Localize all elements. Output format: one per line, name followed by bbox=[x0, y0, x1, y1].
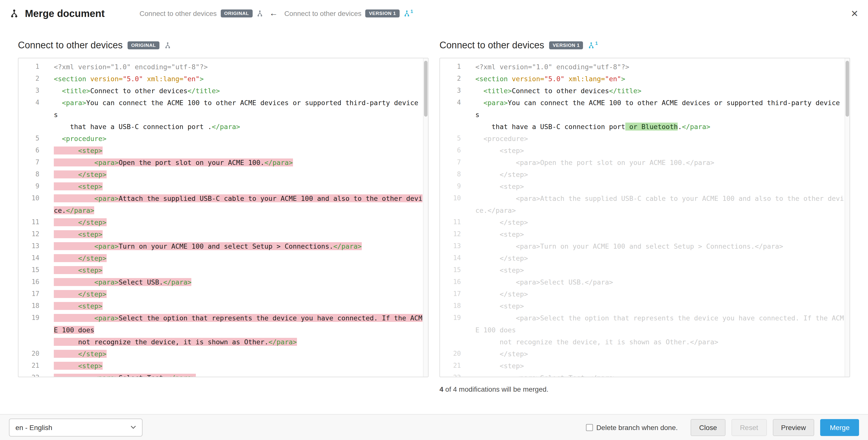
code-line[interactable]: 14 </step> bbox=[440, 252, 849, 264]
scrollbar[interactable] bbox=[844, 58, 849, 377]
version-badge: VERSION 1 bbox=[366, 10, 400, 18]
line-number: 16 bbox=[19, 276, 46, 288]
code-line[interactable]: 21 <step> bbox=[440, 360, 849, 372]
code-line[interactable]: 3 <title>Connect to other devices</title… bbox=[19, 85, 428, 97]
code-line[interactable]: 7 <para>Open the port slot on your ACME … bbox=[440, 156, 849, 168]
code-line[interactable]: 5 <procedure> bbox=[440, 132, 849, 145]
close-dialog-button[interactable]: Close bbox=[691, 419, 725, 436]
code-line[interactable]: that have a USB-C connection port or Blu… bbox=[440, 121, 849, 132]
code-line[interactable]: 17 </step> bbox=[440, 288, 849, 300]
code-line[interactable]: ce.</para> bbox=[19, 204, 428, 216]
line-number: 16 bbox=[440, 276, 468, 288]
breadcrumb-target-doc: Connect to other devices bbox=[284, 9, 362, 18]
merge-button[interactable]: Merge bbox=[820, 419, 859, 436]
code-line[interactable]: 1<?xml version="1.0" encoding="utf-8"?> bbox=[19, 61, 428, 73]
code-line[interactable]: not recognize the device, it is shown as… bbox=[440, 336, 849, 348]
delete-branch-option[interactable]: Delete branch when done. bbox=[586, 423, 678, 431]
merge-document-dialog: Merge document Connect to other devices … bbox=[0, 0, 868, 440]
code-line[interactable]: 8 </step> bbox=[440, 168, 849, 180]
code-line[interactable]: 1<?xml version="1.0" encoding="utf-8"?> bbox=[440, 61, 849, 73]
line-number: 13 bbox=[19, 240, 46, 252]
version-code-editor[interactable]: 1<?xml version="1.0" encoding="utf-8"?>2… bbox=[439, 58, 850, 377]
code-line[interactable]: 16 <para>Select USB.</para> bbox=[440, 276, 849, 288]
code-line[interactable]: 16 <para>Select USB.</para> bbox=[19, 276, 428, 288]
code-line[interactable]: that have a USB-C connection port .</par… bbox=[19, 121, 428, 132]
line-number bbox=[19, 121, 46, 132]
code-lines: 1<?xml version="1.0" encoding="utf-8"?>2… bbox=[440, 58, 849, 377]
scrollbar-thumb[interactable] bbox=[424, 61, 428, 117]
code-line[interactable]: 11 </step> bbox=[19, 216, 428, 228]
code-line[interactable]: 20 </step> bbox=[440, 348, 849, 360]
line-number: 5 bbox=[440, 132, 468, 145]
branch-icon bbox=[256, 10, 263, 17]
line-number: 12 bbox=[19, 228, 46, 240]
code-line[interactable]: E 100 does bbox=[440, 324, 849, 336]
line-number: 8 bbox=[440, 168, 468, 180]
branch-version-icon: 1 bbox=[403, 10, 413, 17]
code-line[interactable]: 20 </step> bbox=[19, 348, 428, 360]
scrollbar[interactable] bbox=[423, 58, 428, 377]
modification-count: 4 bbox=[439, 385, 443, 393]
code-line[interactable]: 3 <title>Connect to other devices</title… bbox=[440, 85, 849, 97]
code-line[interactable]: 2<section version="5.0" xml:lang="en"> bbox=[440, 73, 849, 85]
line-number bbox=[19, 108, 46, 121]
code-line[interactable]: s bbox=[440, 108, 849, 121]
scrollbar-thumb[interactable] bbox=[845, 61, 849, 117]
code-line[interactable]: 22 <para>Select Test.</para> bbox=[19, 372, 428, 377]
line-number: 6 bbox=[440, 145, 468, 156]
code-line[interactable]: not recognize the device, it is shown as… bbox=[19, 336, 428, 348]
code-line[interactable]: 14 </step> bbox=[19, 252, 428, 264]
code-line[interactable]: 22 <para>Select Test.</para> bbox=[440, 372, 849, 377]
code-line[interactable]: 6 <step> bbox=[440, 145, 849, 156]
line-number: 17 bbox=[440, 288, 468, 300]
line-number: 22 bbox=[19, 372, 46, 377]
code-line[interactable]: 17 </step> bbox=[19, 288, 428, 300]
reset-button[interactable]: Reset bbox=[732, 419, 767, 436]
code-line[interactable]: 10 <para>Attach the supplied USB-C cable… bbox=[440, 192, 849, 204]
close-button[interactable]: × bbox=[851, 7, 858, 20]
line-number bbox=[19, 324, 46, 336]
code-line[interactable]: 5 <procedure> bbox=[19, 132, 428, 145]
language-select[interactable]: en - English bbox=[9, 418, 143, 436]
code-line[interactable]: 19 <para>Select the option that represen… bbox=[19, 312, 428, 324]
code-line[interactable]: 4 <para>You can connect the ACME 100 to … bbox=[19, 97, 428, 108]
code-line[interactable]: E 100 does bbox=[19, 324, 428, 336]
code-line[interactable]: 13 <para>Turn on your ACME 100 and selec… bbox=[19, 240, 428, 252]
code-line[interactable]: 4 <para>You can connect the ACME 100 to … bbox=[440, 97, 849, 108]
code-line[interactable]: ce.</para> bbox=[440, 204, 849, 216]
line-number: 14 bbox=[440, 252, 468, 264]
line-number: 1 bbox=[440, 61, 468, 73]
delete-branch-checkbox[interactable] bbox=[586, 424, 593, 431]
code-line[interactable]: 18 <step> bbox=[19, 300, 428, 312]
original-code-editor[interactable]: 1<?xml version="1.0" encoding="utf-8"?>2… bbox=[18, 58, 429, 377]
code-line[interactable]: 12 <step> bbox=[440, 228, 849, 240]
preview-button[interactable]: Preview bbox=[773, 419, 814, 436]
code-line[interactable]: 2<section version="5.0" xml:lang="en"> bbox=[19, 73, 428, 85]
code-line[interactable]: 19 <para>Select the option that represen… bbox=[440, 312, 849, 324]
line-number: 9 bbox=[19, 180, 46, 192]
footer-actions: Delete branch when done. Close Reset Pre… bbox=[586, 419, 859, 436]
code-line[interactable]: 10 <para>Attach the supplied USB-C cable… bbox=[19, 192, 428, 204]
line-number: 17 bbox=[19, 288, 46, 300]
code-line[interactable]: 21 <step> bbox=[19, 360, 428, 372]
code-line[interactable]: 7 <para>Open the port slot on your ACME … bbox=[19, 156, 428, 168]
line-number: 18 bbox=[19, 300, 46, 312]
code-line[interactable]: 9 <step> bbox=[440, 180, 849, 192]
line-number: 1 bbox=[19, 61, 46, 73]
original-pane: Connect to other devices ORIGINAL 1<?xml… bbox=[18, 39, 429, 393]
code-line[interactable]: 12 <step> bbox=[19, 228, 428, 240]
code-line[interactable]: 15 <step> bbox=[19, 264, 428, 276]
close-x-icon: × bbox=[851, 6, 858, 20]
code-line[interactable]: 6 <step> bbox=[19, 145, 428, 156]
header: Merge document Connect to other devices … bbox=[0, 0, 868, 27]
code-line[interactable]: 18 <step> bbox=[440, 300, 849, 312]
line-number: 19 bbox=[19, 312, 46, 324]
line-number bbox=[440, 336, 468, 348]
code-line[interactable]: 11 </step> bbox=[440, 216, 849, 228]
code-line[interactable]: 13 <para>Turn on your ACME 100 and selec… bbox=[440, 240, 849, 252]
code-line[interactable]: 15 <step> bbox=[440, 264, 849, 276]
branch-count: 1 bbox=[595, 40, 598, 45]
code-line[interactable]: 9 <step> bbox=[19, 180, 428, 192]
code-line[interactable]: s bbox=[19, 108, 428, 121]
code-line[interactable]: 8 </step> bbox=[19, 168, 428, 180]
